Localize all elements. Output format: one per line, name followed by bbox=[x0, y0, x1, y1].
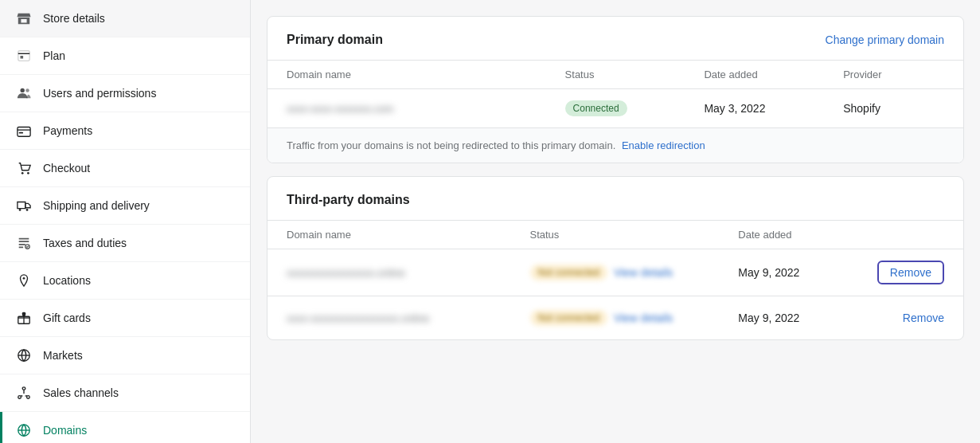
status-link-blurred: View details bbox=[614, 266, 673, 279]
third-party-domain-table: Domain name Status Date added xxxxxxxxxx… bbox=[267, 220, 963, 339]
sidebar-item-label: Checkout bbox=[43, 162, 90, 174]
sidebar-item-label: Shipping and delivery bbox=[43, 199, 150, 212]
svg-rect-4 bbox=[18, 127, 30, 137]
col-header-date-added: Date added bbox=[685, 61, 824, 89]
checkout-icon bbox=[16, 160, 32, 176]
plan-icon bbox=[16, 48, 32, 64]
third-party-status-2: Not connected View details bbox=[511, 296, 720, 340]
sidebar-item-checkout[interactable]: Checkout bbox=[0, 150, 250, 187]
locations-icon bbox=[16, 272, 32, 288]
third-party-action-2: Remove bbox=[858, 296, 963, 340]
sidebar-item-shipping-delivery[interactable]: Shipping and delivery bbox=[0, 187, 250, 225]
third-party-header: Third-party domains bbox=[267, 177, 963, 220]
users-icon bbox=[16, 85, 32, 101]
status-badge-blurred: Not connected bbox=[530, 310, 607, 326]
third-party-title: Third-party domains bbox=[287, 193, 410, 207]
status-group: Not connected View details bbox=[530, 310, 701, 326]
primary-domain-title: Primary domain bbox=[287, 33, 383, 47]
sidebar-item-sales-channels[interactable]: Sales channels bbox=[0, 374, 250, 412]
sidebar-item-taxes-duties[interactable]: Taxes and duties bbox=[0, 225, 250, 262]
svg-point-7 bbox=[19, 209, 21, 211]
domain-name-text: xxxxxxxxxxxxxxxxx.online bbox=[287, 267, 405, 279]
domain-name-text: xxxx-xxxx-xxxxxxx.com bbox=[287, 103, 393, 115]
status-group: Not connected View details bbox=[530, 265, 701, 280]
third-party-domains-card: Third-party domains Domain name Status D… bbox=[267, 176, 964, 340]
svg-rect-0 bbox=[18, 51, 29, 61]
sidebar-item-label: Users and permissions bbox=[43, 87, 156, 100]
remove-button-1[interactable]: Remove bbox=[877, 261, 944, 284]
sidebar-item-domains[interactable]: Domains bbox=[0, 412, 250, 443]
svg-point-5 bbox=[21, 172, 24, 174]
table-row: xxxxxxxxxxxxxxxxx.online Not connected V… bbox=[267, 249, 963, 296]
markets-icon bbox=[16, 347, 32, 363]
svg-point-13 bbox=[22, 387, 25, 390]
sidebar-item-label: Locations bbox=[43, 274, 91, 287]
status-link-blurred: View details bbox=[614, 312, 673, 324]
third-party-date-2: May 9, 2022 bbox=[719, 296, 857, 340]
primary-domain-header: Primary domain Change primary domain bbox=[267, 17, 963, 60]
svg-point-8 bbox=[26, 209, 29, 211]
sidebar-item-plan[interactable]: Plan bbox=[0, 37, 250, 75]
shipping-icon bbox=[16, 198, 32, 214]
redirect-notice-text: Traffic from your domains is not being r… bbox=[287, 139, 615, 151]
svg-point-2 bbox=[21, 88, 25, 92]
sales-icon bbox=[16, 385, 32, 401]
third-party-domain-name-2: xxxx-xxxxxxxxxxxxxxxxx.online bbox=[267, 296, 511, 340]
sidebar-item-label: Gift cards bbox=[43, 312, 91, 324]
enable-redirection-link[interactable]: Enable redirection bbox=[622, 139, 705, 151]
sidebar-item-payments[interactable]: Payments bbox=[0, 112, 250, 150]
sidebar: Store details Plan Users and permissions bbox=[0, 0, 251, 443]
primary-domain-provider: Shopify bbox=[824, 89, 963, 128]
sidebar-item-store-details[interactable]: Store details bbox=[0, 0, 250, 37]
domains-icon bbox=[16, 422, 32, 438]
third-party-date-1: May 9, 2022 bbox=[719, 249, 857, 296]
table-row: xxxx-xxxxxxxxxxxxxxxxx.online Not connec… bbox=[267, 296, 963, 340]
primary-domain-card: Primary domain Change primary domain Dom… bbox=[267, 16, 964, 163]
primary-domain-name: xxxx-xxxx-xxxxxxx.com bbox=[267, 89, 546, 128]
sidebar-item-label: Taxes and duties bbox=[43, 237, 127, 249]
primary-domain-status: Connected bbox=[546, 89, 685, 128]
sidebar-item-users-permissions[interactable]: Users and permissions bbox=[0, 75, 250, 112]
sidebar-item-gift-cards[interactable]: Gift cards bbox=[0, 300, 250, 337]
taxes-icon bbox=[16, 235, 32, 251]
primary-domain-date: May 3, 2022 bbox=[685, 89, 824, 128]
main-content: Primary domain Change primary domain Dom… bbox=[251, 0, 980, 443]
col-header-provider: Provider bbox=[824, 61, 963, 89]
payments-icon bbox=[16, 123, 32, 139]
col-header-status: Status bbox=[511, 221, 720, 249]
table-row: xxxx-xxxx-xxxxxxx.com Connected May 3, 2… bbox=[267, 89, 963, 128]
store-icon bbox=[16, 10, 32, 26]
svg-point-3 bbox=[25, 88, 29, 92]
col-header-domain-name: Domain name bbox=[267, 221, 511, 249]
svg-point-10 bbox=[23, 277, 25, 280]
col-header-action bbox=[858, 221, 963, 249]
sidebar-item-label: Plan bbox=[43, 49, 65, 62]
domain-name-text: xxxx-xxxxxxxxxxxxxxxxx.online bbox=[287, 312, 429, 324]
third-party-action-1: Remove bbox=[858, 249, 963, 296]
change-primary-domain-link[interactable]: Change primary domain bbox=[826, 33, 944, 46]
sidebar-item-label: Payments bbox=[43, 124, 92, 137]
svg-rect-1 bbox=[21, 56, 24, 59]
third-party-domain-name-1: xxxxxxxxxxxxxxxxx.online bbox=[267, 249, 511, 296]
sidebar-item-locations[interactable]: Locations bbox=[0, 262, 250, 300]
remove-button-2[interactable]: Remove bbox=[903, 308, 944, 328]
sidebar-item-label: Domains bbox=[43, 424, 87, 437]
col-header-status: Status bbox=[546, 61, 685, 89]
status-badge-blurred: Not connected bbox=[530, 265, 607, 280]
sidebar-item-label: Store details bbox=[43, 12, 105, 25]
sidebar-item-label: Markets bbox=[43, 349, 83, 362]
sidebar-item-label: Sales channels bbox=[43, 386, 119, 399]
status-badge: Connected bbox=[565, 100, 627, 116]
primary-domain-table: Domain name Status Date added Provider x… bbox=[267, 60, 963, 127]
third-party-status-1: Not connected View details bbox=[511, 249, 720, 296]
col-header-domain-name: Domain name bbox=[267, 61, 546, 89]
gift-icon bbox=[16, 310, 32, 326]
redirect-notice: Traffic from your domains is not being r… bbox=[267, 127, 963, 163]
svg-point-6 bbox=[27, 172, 29, 174]
col-header-date-added: Date added bbox=[719, 221, 857, 249]
sidebar-item-markets[interactable]: Markets bbox=[0, 337, 250, 374]
